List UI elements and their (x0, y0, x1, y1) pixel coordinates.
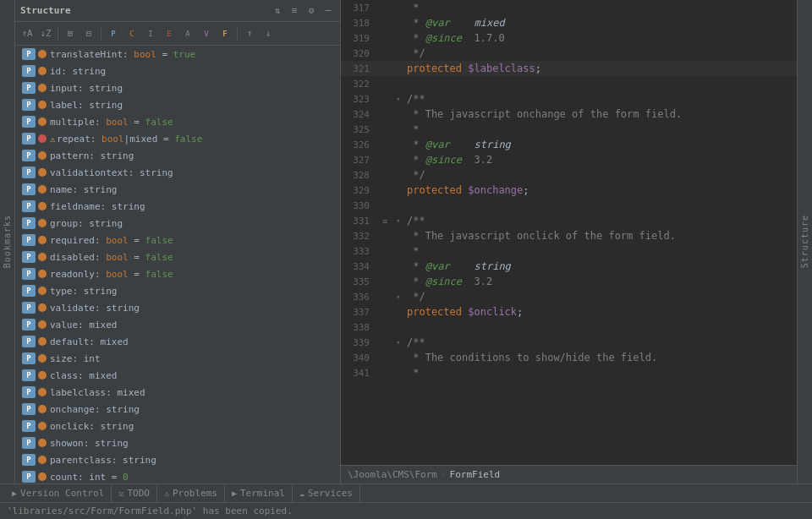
fold-icon[interactable]: ▾ (396, 216, 400, 225)
settings-icon[interactable]: ⚙ (304, 4, 318, 18)
tree-item[interactable]: Plabelclass: mixed (15, 384, 340, 401)
line-number: 336 (341, 292, 376, 303)
navigate-next-icon[interactable]: ↓ (260, 25, 277, 42)
sort-asc-icon[interactable]: ↑A (19, 25, 36, 42)
enum-icon[interactable]: E (161, 25, 178, 42)
structure-tree[interactable]: PtranslateHint: bool = truePid: stringPi… (15, 46, 340, 483)
item-icon (38, 50, 47, 58)
variable-icon[interactable]: V (198, 25, 215, 42)
item-text: required: bool = false (50, 235, 173, 246)
item-icon (38, 168, 47, 177)
line-number: 338 (341, 322, 376, 333)
line-number: 326 (341, 139, 376, 150)
tree-item[interactable]: Pname: string (15, 181, 340, 198)
line-content: * (403, 2, 797, 14)
code-line: 341 * (341, 365, 797, 380)
line-number: 319 (341, 33, 376, 44)
item-badge: P (22, 48, 36, 60)
sort-up-icon[interactable]: ⇅ (271, 4, 284, 18)
tree-item[interactable]: Pcount: int = 0 (15, 468, 340, 483)
line-number: 321 (341, 63, 376, 74)
tree-item[interactable]: Ponchange: string (15, 401, 340, 418)
sort-desc-icon[interactable]: ↓Z (37, 25, 54, 42)
tree-item[interactable]: Pmultiple: bool = false (15, 113, 340, 130)
function-icon[interactable]: F (217, 25, 233, 42)
status-tab-todo[interactable]: ☑TODO (112, 484, 157, 503)
minimize-icon[interactable]: ─ (321, 4, 335, 18)
status-tab-services[interactable]: ☁Services (293, 484, 360, 503)
tree-item[interactable]: Pid: string (15, 63, 340, 79)
line-fold[interactable]: ▾ (393, 292, 403, 301)
structure-side-tab[interactable]: Structure (797, 0, 812, 483)
tree-item[interactable]: Prequired: bool = false (15, 232, 340, 249)
fold-icon[interactable]: ▾ (396, 292, 400, 301)
interface-icon[interactable]: I (142, 25, 159, 42)
item-text: showon: string (50, 438, 129, 449)
line-content: protected $onchange; (403, 184, 797, 196)
item-badge: P (22, 386, 36, 398)
code-line: 320 */ (341, 46, 797, 61)
tree-item[interactable]: Pinput: string (15, 79, 340, 96)
property-icon[interactable]: P (105, 25, 122, 42)
tree-item[interactable]: Ptype: string (15, 282, 340, 299)
item-badge: P (22, 403, 36, 415)
tree-item[interactable]: Ppattern: string (15, 147, 340, 164)
expand-all-icon[interactable]: ⊞ (62, 25, 79, 42)
breadcrumb-namespace: \Joomla\CMS\Form (348, 469, 437, 480)
tree-item[interactable]: Psize: int (15, 350, 340, 367)
item-icon (38, 185, 47, 194)
tree-item[interactable]: Pclass: mixed (15, 367, 340, 384)
status-tab-terminal[interactable]: ▶Terminal (225, 484, 293, 503)
tree-item[interactable]: Plabel: string (15, 96, 340, 113)
tree-item[interactable]: Pvalidate: string (15, 299, 340, 316)
item-icon (38, 117, 47, 126)
tree-item[interactable]: Pshowon: string (15, 434, 340, 451)
item-text: size: int (50, 353, 101, 364)
collapse-all-icon[interactable]: ⊟ (80, 25, 97, 42)
fold-icon[interactable]: ▾ (396, 95, 400, 103)
tree-item[interactable]: PtranslateHint: bool = true (15, 46, 340, 63)
item-badge: P (22, 420, 36, 432)
annotation-icon[interactable]: A (179, 25, 196, 42)
item-text: pattern: string (50, 150, 134, 161)
item-icon (38, 337, 47, 346)
tree-item[interactable]: P⚠repeat: bool|mixed = false (15, 130, 340, 147)
line-number: 333 (341, 246, 376, 257)
status-tab-version-control[interactable]: ▶Version Control (5, 484, 112, 503)
item-icon (38, 253, 47, 261)
sort-group-icon[interactable]: ≡ (288, 4, 301, 18)
tree-item[interactable]: Preadonly: bool = false (15, 265, 340, 282)
item-text: id: string (50, 66, 106, 77)
line-fold[interactable]: ▾ (393, 338, 403, 347)
tree-item[interactable]: Pdisabled: bool = false (15, 249, 340, 265)
tree-item[interactable]: Pfieldname: string (15, 198, 340, 215)
item-icon (38, 303, 47, 312)
item-badge: P (22, 251, 36, 263)
line-content: protected $labelclass; (403, 63, 797, 74)
line-number: 339 (341, 337, 376, 348)
tree-item[interactable]: Pparentclass: string (15, 451, 340, 468)
code-line: 326 * @var string (341, 137, 797, 152)
tree-item[interactable]: Pvalue: mixed (15, 316, 340, 333)
class-icon[interactable]: C (123, 25, 140, 42)
tree-item[interactable]: Pvalidationtext: string (15, 164, 340, 181)
code-lines[interactable]: 317 * 318 * @var mixed319 * @since 1.7.0… (341, 0, 797, 465)
status-tab-problems[interactable]: ⚠Problems (157, 484, 225, 503)
code-line: 336▾ */ (341, 289, 797, 304)
line-number: 335 (341, 276, 376, 287)
fold-icon[interactable]: ▾ (396, 338, 400, 347)
navigate-prev-icon[interactable]: ↑ (241, 25, 258, 42)
line-fold[interactable]: ▾ (393, 95, 403, 103)
header-icons: ⇅ ≡ ⚙ ─ (271, 4, 335, 18)
line-fold[interactable]: ▾ (393, 216, 403, 225)
line-content: * @since 1.7.0 (403, 32, 797, 44)
tree-item[interactable]: Pgroup: string (15, 215, 340, 232)
tree-item[interactable]: Ponclick: string (15, 418, 340, 434)
gutter-list-icon: ≡ (382, 216, 387, 226)
line-number: 341 (341, 368, 376, 379)
tree-item[interactable]: Pdefault: mixed (15, 333, 340, 350)
code-line: 335 * @since 3.2 (341, 274, 797, 289)
item-badge: P (22, 183, 36, 195)
line-content: * (403, 123, 797, 135)
item-badge: P (22, 234, 36, 246)
